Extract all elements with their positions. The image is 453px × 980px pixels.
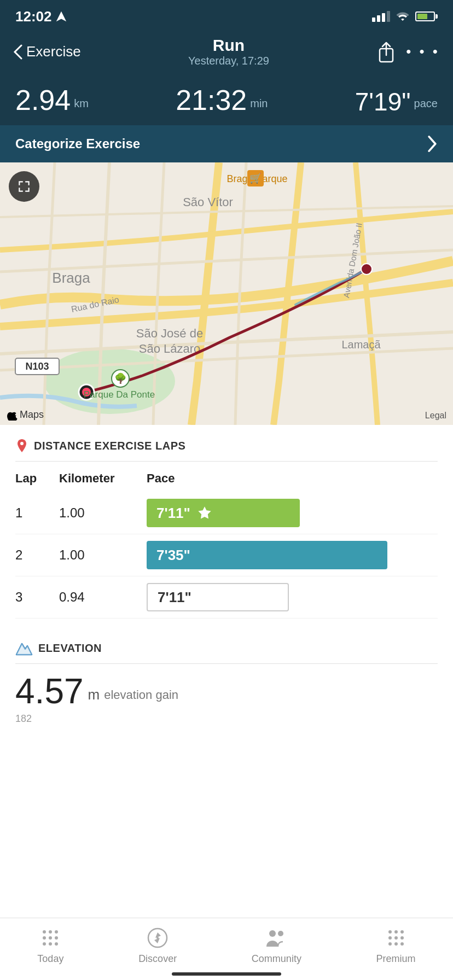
lap-3-pace-bar: 7'11" bbox=[147, 583, 289, 611]
lap-3-number: 3 bbox=[15, 590, 59, 605]
signal-bar-2 bbox=[377, 15, 380, 22]
categorize-chevron-icon bbox=[427, 135, 438, 153]
distance-unit: km bbox=[74, 97, 89, 110]
community-icon bbox=[264, 926, 288, 950]
location-pin-icon bbox=[15, 438, 28, 453]
premium-icon bbox=[384, 926, 408, 950]
lap-col-header: Lap bbox=[15, 471, 59, 486]
elevation-value-row: 4.57 m elevation gain bbox=[15, 674, 438, 709]
back-button[interactable]: Exercise bbox=[13, 43, 81, 60]
elevation-section-header: ELEVATION bbox=[15, 640, 438, 664]
map-expand-button[interactable] bbox=[9, 171, 39, 202]
signal-bars bbox=[372, 11, 390, 22]
svg-point-22 bbox=[43, 930, 46, 934]
legal-text: Legal bbox=[425, 411, 446, 421]
svg-point-40 bbox=[400, 936, 404, 940]
svg-point-34 bbox=[278, 931, 283, 936]
svg-text:Parque Da Ponte: Parque Da Ponte bbox=[84, 389, 155, 400]
discover-icon bbox=[146, 926, 170, 950]
apple-maps-brand: Maps bbox=[7, 409, 44, 421]
nav-item-today[interactable]: Today bbox=[37, 926, 63, 965]
svg-text:São Vítor: São Vítor bbox=[183, 195, 233, 209]
lap-row: 1 1.00 7'11" bbox=[15, 492, 438, 534]
status-time: 12:02 bbox=[15, 8, 67, 25]
categorize-exercise-button[interactable]: Categorize Exercise bbox=[0, 125, 453, 162]
laps-section-title: DISTANCE EXERCISE LAPS bbox=[34, 440, 185, 452]
elevation-unit: m bbox=[88, 686, 100, 703]
status-bar: 12:02 bbox=[0, 0, 453, 31]
elevation-section-title: ELEVATION bbox=[38, 642, 102, 655]
svg-point-24 bbox=[55, 930, 58, 934]
svg-point-33 bbox=[269, 930, 276, 937]
community-label: Community bbox=[252, 953, 301, 965]
signal-bar-3 bbox=[382, 13, 385, 22]
premium-label: Premium bbox=[376, 953, 416, 965]
lap-1-number: 1 bbox=[15, 505, 59, 521]
lap-3-pace-value: 7'11" bbox=[158, 589, 191, 606]
stat-distance: 2.94 km bbox=[15, 86, 89, 114]
elevation-section: ELEVATION 4.57 m elevation gain 182 bbox=[0, 627, 453, 733]
page-subtitle: Yesterday, 17:29 bbox=[188, 55, 269, 67]
svg-point-41 bbox=[388, 942, 392, 946]
elevation-y-axis-label: 182 bbox=[15, 713, 438, 725]
svg-point-28 bbox=[43, 942, 46, 946]
lap-3-km: 0.94 bbox=[59, 590, 147, 605]
route-map[interactable]: N103 São Vítor Braga São José de São Láz… bbox=[0, 162, 453, 425]
svg-point-32 bbox=[156, 937, 159, 939]
community-people-icon bbox=[264, 927, 288, 949]
back-label: Exercise bbox=[26, 43, 81, 60]
elevation-mountain-icon bbox=[15, 640, 33, 656]
status-icons bbox=[372, 11, 438, 22]
pace-unit: pace bbox=[414, 97, 438, 110]
svg-point-38 bbox=[388, 936, 392, 940]
elevation-value: 4.57 bbox=[15, 674, 84, 709]
home-indicator bbox=[172, 972, 281, 976]
svg-point-26 bbox=[49, 936, 52, 940]
lap-row: 2 1.00 7'35" bbox=[15, 534, 438, 576]
wifi-icon bbox=[396, 11, 410, 22]
svg-text:Lamaçã: Lamaçã bbox=[341, 339, 381, 351]
today-icon bbox=[38, 926, 62, 950]
svg-point-43 bbox=[400, 942, 404, 946]
distance-value: 2.94 bbox=[15, 86, 71, 114]
page-title: Run bbox=[188, 36, 269, 55]
lap-2-pace-value: 7'35" bbox=[156, 547, 190, 564]
bottom-navigation: Today Discover Community bbox=[0, 918, 453, 980]
apple-logo-icon bbox=[7, 410, 18, 421]
svg-text:São José de: São José de bbox=[136, 326, 203, 340]
laps-table: Lap Kilometer Pace 1 1.00 7'11" 2 1.00 7… bbox=[15, 471, 438, 619]
map-background: N103 São Vítor Braga São José de São Láz… bbox=[0, 162, 453, 425]
svg-text:🛒: 🛒 bbox=[249, 172, 262, 184]
svg-point-39 bbox=[394, 936, 398, 940]
svg-text:São Lázaro: São Lázaro bbox=[139, 342, 201, 355]
expand-icon bbox=[17, 179, 31, 194]
svg-point-36 bbox=[394, 930, 398, 934]
kilometer-col-header: Kilometer bbox=[59, 471, 147, 486]
svg-point-15 bbox=[361, 264, 372, 275]
stat-duration: 21:32 min bbox=[176, 86, 268, 114]
nav-item-discover[interactable]: Discover bbox=[138, 926, 177, 965]
duration-unit: min bbox=[250, 97, 268, 110]
lap-1-km: 1.00 bbox=[59, 505, 147, 521]
page-header: Exercise Run Yesterday, 17:29 • • • bbox=[0, 31, 453, 77]
share-button[interactable] bbox=[376, 40, 396, 64]
laps-section-header: DISTANCE EXERCISE LAPS bbox=[15, 438, 438, 462]
pace-value: 7'19" bbox=[355, 89, 411, 114]
laps-section: DISTANCE EXERCISE LAPS Lap Kilometer Pac… bbox=[0, 425, 453, 627]
lap-row: 3 0.94 7'11" bbox=[15, 576, 438, 619]
stats-row: 2.94 km 21:32 min 7'19" pace bbox=[0, 77, 453, 125]
best-lap-star-icon bbox=[197, 505, 212, 521]
svg-point-35 bbox=[388, 930, 392, 934]
svg-text:N103: N103 bbox=[25, 361, 49, 372]
discover-label: Discover bbox=[138, 953, 177, 965]
nav-item-community[interactable]: Community bbox=[252, 926, 301, 965]
elevation-gain-label: elevation gain bbox=[104, 688, 178, 702]
nav-item-premium[interactable]: Premium bbox=[376, 926, 416, 965]
lap-1-pace-value: 7'11" bbox=[156, 505, 190, 522]
navigation-icon bbox=[55, 10, 67, 22]
categorize-label: Categorize Exercise bbox=[15, 136, 140, 151]
lap-1-pace-bar: 7'11" bbox=[147, 499, 300, 527]
signal-bar-1 bbox=[372, 18, 375, 22]
more-options-button[interactable]: • • • bbox=[406, 43, 440, 60]
svg-point-25 bbox=[43, 936, 46, 940]
